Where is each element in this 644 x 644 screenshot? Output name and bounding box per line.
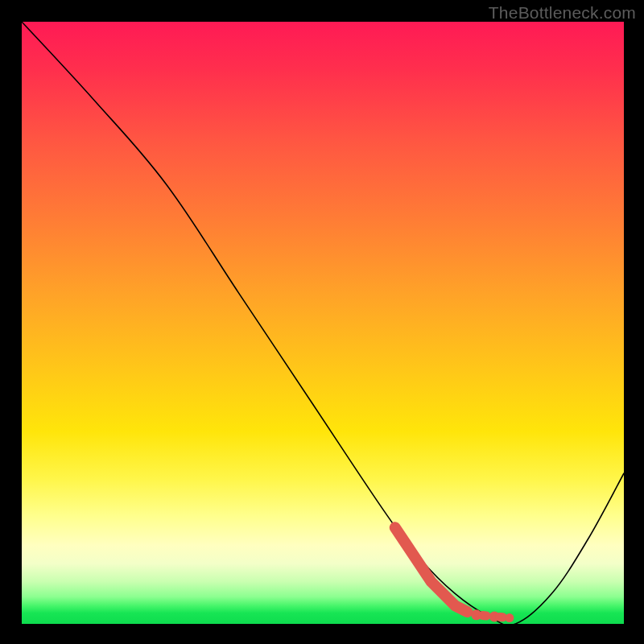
chart-frame: TheBottleneck.com	[0, 0, 644, 644]
optimal-range-marker	[395, 527, 468, 612]
optimal-range-dot	[505, 613, 514, 622]
bottleneck-curve	[22, 22, 624, 625]
plot-area	[22, 22, 624, 624]
watermark-text: TheBottleneck.com	[489, 3, 636, 23]
optimal-range-dots	[471, 609, 514, 622]
chart-svg	[22, 22, 624, 624]
